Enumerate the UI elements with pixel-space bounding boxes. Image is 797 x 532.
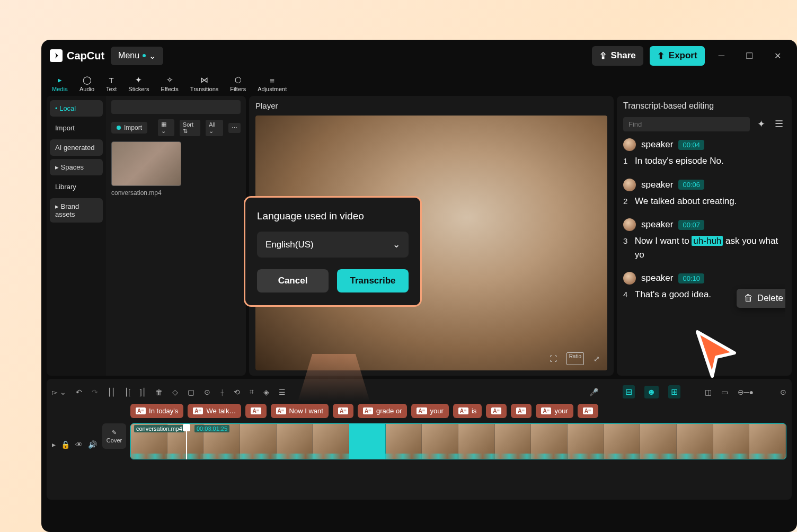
more-options-button[interactable]: ⋯ <box>228 123 241 133</box>
crop-icon[interactable]: ⌗ <box>250 387 254 396</box>
cover-button[interactable]: ✎ Cover <box>102 423 126 449</box>
caption-icon: A≡ <box>338 407 348 414</box>
export-button[interactable]: ⬆ Export <box>650 46 705 66</box>
maximize-button[interactable]: ☐ <box>738 46 760 66</box>
mute-icon[interactable]: 🔊 <box>88 440 97 449</box>
split-icon[interactable]: ⎮⎮ <box>108 388 115 396</box>
track-toggle-icon[interactable]: ☻ <box>644 386 659 398</box>
filler-word-highlight[interactable]: uh-huh <box>692 236 723 246</box>
zoom-out-icon[interactable]: ⊖─● <box>738 388 754 396</box>
playhead[interactable] <box>186 429 187 459</box>
list-icon[interactable]: ☰ <box>773 116 785 132</box>
caption-clip[interactable]: A≡is <box>453 404 482 418</box>
caption-clip[interactable]: A≡your <box>536 404 573 418</box>
tool-icon[interactable]: ◫ <box>705 388 712 396</box>
caption-clip[interactable]: A≡your <box>411 404 448 418</box>
sparkle-icon[interactable]: ✦ <box>755 116 767 132</box>
import-button[interactable]: Import <box>111 122 147 134</box>
sidebar-item-brand-assets[interactable]: ▸ Brand assets <box>50 198 103 223</box>
caption-clip[interactable]: A≡grade or <box>358 404 407 418</box>
caption-clip[interactable]: A≡ <box>578 404 598 418</box>
filter-all-button[interactable]: All ⌄ <box>206 120 223 136</box>
media-search-input[interactable] <box>111 100 241 114</box>
tab-stickers[interactable]: ✦Stickers <box>123 73 154 94</box>
delete-context-button[interactable]: 🗑 Delete <box>737 289 785 308</box>
sidebar-item-library[interactable]: Library <box>50 179 103 195</box>
minimize-button[interactable]: ─ <box>711 46 732 66</box>
mirror-icon[interactable]: ⟊ <box>220 388 224 396</box>
tab-text[interactable]: TText <box>101 74 122 94</box>
tab-adjustment[interactable]: ≡Adjustment <box>252 74 292 94</box>
speaker-label: speaker <box>641 180 673 190</box>
transcript-text: In today's episode No. <box>635 154 724 168</box>
transcript-item[interactable]: speaker00:04 1In today's episode No. <box>623 138 785 168</box>
menu-button[interactable]: Menu ⌄ <box>111 47 163 65</box>
caption-clip[interactable]: A≡Now I want <box>271 404 329 418</box>
share-button[interactable]: ⇪ Share <box>592 46 643 66</box>
track-toggle-icon[interactable]: ⊟ <box>623 385 635 398</box>
tool-icon[interactable]: ☰ <box>279 388 286 396</box>
sidebar-item-ai-generated[interactable]: AI generated <box>50 139 103 156</box>
caption-clip[interactable]: A≡In today's <box>130 404 183 418</box>
cancel-button[interactable]: Cancel <box>257 269 329 292</box>
tool-icon[interactable]: ⎮[ <box>125 388 130 396</box>
caption-clip[interactable]: A≡ <box>511 404 532 418</box>
view-grid-button[interactable]: ▦ ⌄ <box>158 119 174 136</box>
caption-clip[interactable]: A≡ <box>245 404 266 418</box>
language-select[interactable]: English(US) ⌄ <box>257 232 409 258</box>
close-button[interactable]: ✕ <box>767 46 789 66</box>
lock-icon[interactable]: 🔒 <box>61 440 70 449</box>
focus-icon[interactable]: ⛶ <box>547 352 559 365</box>
caption-clip[interactable]: A≡We talk… <box>188 404 241 418</box>
timestamp: 00:04 <box>678 140 704 150</box>
redo-icon[interactable]: ↷ <box>92 388 98 396</box>
tab-effects[interactable]: ✧Effects <box>155 73 183 94</box>
speaker-label: speaker <box>641 273 673 283</box>
sidebar-item-local[interactable]: • Local <box>50 100 103 117</box>
tool-icon[interactable]: ▭ <box>721 388 728 396</box>
tab-media[interactable]: ▸Media <box>47 73 73 94</box>
tab-label: Adjustment <box>258 86 287 92</box>
transcript-item[interactable]: speaker00:07 3Now I want to uh-huh ask y… <box>623 218 785 261</box>
caption-clip[interactable]: A≡ <box>333 404 353 418</box>
rotate-icon[interactable]: ⟲ <box>234 388 240 396</box>
video-clip[interactable]: conversation.mp4 00:03:01:25 <box>130 423 786 459</box>
delete-icon[interactable]: 🗑 <box>155 388 163 396</box>
caption-icon: A≡ <box>417 407 427 414</box>
mic-icon[interactable]: 🎤 <box>589 388 598 396</box>
eye-icon[interactable]: 👁 <box>75 440 83 449</box>
tab-audio[interactable]: ◯Audio <box>74 73 100 94</box>
tool-icon[interactable]: ]⎮ <box>140 388 146 396</box>
media-clip-name: conversation.mp4 <box>111 189 241 197</box>
transcribe-button[interactable]: Transcribe <box>337 269 409 292</box>
cover-label: Cover <box>107 437 122 444</box>
timestamp: 00:07 <box>678 220 704 230</box>
timeline-tracks[interactable]: A≡In today's A≡We talk… A≡ A≡Now I want … <box>130 404 786 459</box>
zoom-fit-icon[interactable]: ⊙ <box>780 388 786 396</box>
media-thumbnail[interactable] <box>111 141 181 186</box>
transcript-item[interactable]: speaker00:06 2We talked about creating. <box>623 179 785 208</box>
sidebar-item-spaces[interactable]: ▸ Spaces <box>50 159 103 175</box>
tool-icon[interactable]: ◇ <box>172 388 178 396</box>
notification-dot-icon <box>143 54 146 57</box>
caption-clip[interactable]: A≡ <box>486 404 507 418</box>
timestamp: 00:06 <box>678 180 704 190</box>
tab-label: Filters <box>230 86 246 92</box>
sidebar-item-import[interactable]: Import <box>50 120 103 136</box>
preview-icon[interactable]: ▸ <box>52 440 56 449</box>
find-input[interactable] <box>623 117 750 131</box>
sort-button[interactable]: Sort ⇅ <box>180 120 200 136</box>
fullscreen-icon[interactable]: ⤢ <box>591 352 602 365</box>
record-dot-icon <box>117 126 121 130</box>
tool-icon[interactable]: ▢ <box>188 388 194 396</box>
undo-icon[interactable]: ↶ <box>76 388 82 396</box>
selection-tool-icon[interactable]: ▻ ⌄ <box>52 388 66 396</box>
tab-filters[interactable]: ⬡Filters <box>225 73 251 94</box>
track-toggle-icon[interactable]: ⊞ <box>668 385 680 398</box>
tool-icon[interactable]: ⊙ <box>204 388 210 396</box>
pencil-icon: ✎ <box>112 429 117 436</box>
pro-icon[interactable]: ◈ <box>263 388 269 396</box>
speaker-label: speaker <box>641 219 673 230</box>
tab-transitions[interactable]: ⋈Transitions <box>185 73 224 94</box>
ratio-button[interactable]: Ratio <box>566 352 584 365</box>
